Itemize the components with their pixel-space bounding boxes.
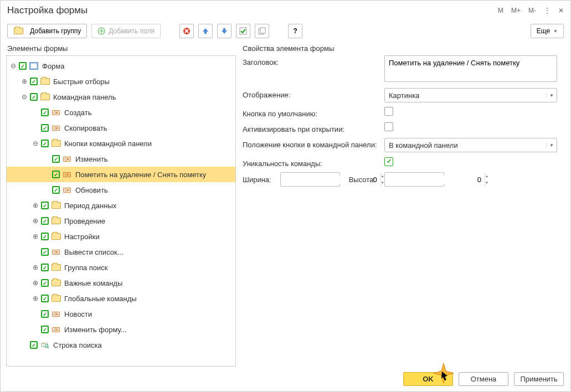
apply-button[interactable]: Применить (514, 372, 564, 386)
svg-rect-2 (240, 28, 246, 34)
visibility-checkbox[interactable]: ✓ (41, 233, 49, 240)
tree-row[interactable]: ·✓OKИзменить (7, 151, 235, 167)
title-input[interactable] (384, 55, 557, 82)
tree-row[interactable]: ⊕✓Группа поиск (7, 260, 235, 275)
display-select[interactable]: Картинка (384, 88, 557, 102)
tree-row[interactable]: ·✓OKОбновить (7, 182, 235, 198)
tree-row[interactable]: ⊕✓Проведение (7, 213, 235, 229)
width-input[interactable]: ▲▼ (280, 172, 340, 187)
tree-row[interactable]: ⊕✓Настройки (7, 229, 235, 244)
visibility-checkbox[interactable]: ✓ (30, 93, 38, 101)
copy-settings-button[interactable] (255, 24, 269, 38)
visibility-checkbox[interactable]: ✓ (52, 155, 60, 163)
expand-icon[interactable]: ⊕ (32, 264, 39, 271)
svg-line-7 (48, 347, 49, 348)
prop-activate-label: Активизировать при открытии: (243, 122, 384, 133)
prop-position-label: Положение кнопки в командной панели: (243, 138, 384, 149)
ok-badge-icon: OK (51, 109, 61, 116)
m-minus-button[interactable]: M- (528, 7, 536, 14)
move-down-button[interactable] (217, 24, 232, 38)
tree-row[interactable]: ·✓OKПометить на удаление / Снять пометку (7, 167, 235, 182)
tree-row[interactable]: ·✓OKИзменить форму... (7, 322, 235, 337)
tree-row[interactable]: ⊕✓Период данных (7, 198, 235, 213)
tree-row[interactable]: ⊕✓Быстрые отборы (7, 74, 235, 89)
tree-row[interactable]: ·✓OKНовости (7, 306, 235, 322)
tree-row[interactable]: ⊕✓Глобальные команды (7, 291, 235, 306)
collapse-icon[interactable]: ⊖ (10, 63, 17, 69)
visibility-checkbox[interactable]: ✓ (41, 279, 49, 287)
expand-icon[interactable]: ⊕ (32, 233, 39, 240)
visibility-checkbox[interactable]: ✓ (41, 264, 49, 271)
add-group-button[interactable]: Добавить группу (7, 24, 87, 38)
width-down-icon[interactable]: ▼ (381, 179, 384, 186)
tree-item-label: Настройки (64, 233, 100, 241)
tree-row[interactable]: ·✓OKСкопировать (7, 120, 235, 136)
collapse-icon[interactable]: ⊖ (21, 94, 28, 100)
visibility-checkbox[interactable]: ✓ (30, 78, 38, 85)
cancel-button[interactable]: Отмена (459, 372, 508, 386)
position-select[interactable]: В командной панели (384, 138, 557, 152)
tree-row[interactable]: ·✓OKВывести список... (7, 244, 235, 260)
delete-button[interactable] (179, 24, 194, 38)
height-up-icon[interactable]: ▲ (485, 173, 488, 179)
width-up-icon[interactable]: ▲ (381, 173, 384, 179)
height-down-icon[interactable]: ▼ (485, 179, 488, 186)
visibility-checkbox[interactable]: ✓ (52, 171, 60, 178)
more-button[interactable]: Еще ▼ (531, 24, 564, 38)
expand-icon[interactable]: ⊕ (32, 218, 39, 224)
tree-row[interactable]: ⊖✓Командная панель (7, 89, 235, 105)
collapse-icon[interactable]: ⊖ (32, 140, 39, 147)
visibility-checkbox[interactable]: ✓ (41, 109, 49, 116)
more-dots-button[interactable]: ⋮ (544, 7, 551, 14)
close-button[interactable]: ✕ (558, 7, 564, 14)
height-label: Высота: (349, 176, 375, 184)
default-button-checkbox[interactable] (384, 107, 393, 116)
visibility-checkbox[interactable]: ✓ (30, 341, 38, 349)
tree-item-label: Обновить (75, 186, 108, 194)
expand-icon[interactable]: ⊕ (21, 78, 28, 85)
visibility-checkbox[interactable]: ✓ (41, 140, 49, 147)
add-folder-icon (13, 27, 23, 35)
tree-row[interactable]: ·✓+Строка поиска (7, 337, 235, 353)
prop-title-label: Заголовок: (243, 55, 384, 66)
unique-checkbox[interactable]: ✓ (384, 157, 393, 166)
visibility-checkbox[interactable]: ✓ (52, 186, 60, 194)
tree-row[interactable]: ⊖✓Кнопки командной панели (7, 136, 235, 151)
visibility-checkbox[interactable]: ✓ (41, 248, 49, 256)
visibility-checkbox[interactable]: ✓ (41, 124, 49, 132)
folder-icon (51, 140, 61, 147)
tree-row[interactable]: ⊕✓Важные команды (7, 275, 235, 291)
tree-row[interactable]: ⊖✓Форма (7, 58, 235, 74)
tree-item-label: Командная панель (53, 93, 116, 101)
tree-item-label: Вывести список... (64, 248, 124, 256)
tree-scroll[interactable]: ⊖✓Форма⊕✓Быстрые отборы⊖✓Командная панел… (6, 55, 236, 367)
visibility-checkbox[interactable]: ✓ (41, 295, 49, 302)
help-button[interactable]: ? (288, 24, 302, 38)
form-icon (29, 62, 39, 70)
tree-item-label: Строка поиска (53, 341, 102, 349)
height-input[interactable]: ▲▼ (384, 172, 444, 187)
tree-item-label: Период данных (64, 202, 116, 210)
expand-icon[interactable]: ⊕ (32, 295, 39, 302)
m-plus-button[interactable]: M+ (511, 7, 521, 14)
visibility-checkbox[interactable]: ✓ (41, 326, 49, 333)
move-up-button[interactable] (198, 24, 213, 38)
apply-settings-button[interactable] (236, 24, 250, 38)
ok-button[interactable]: OK (403, 372, 453, 386)
m-button[interactable]: M (498, 7, 503, 14)
window-title: Настройка формы (7, 5, 88, 16)
folder-icon (40, 78, 50, 85)
ok-badge-icon: OK (62, 155, 72, 163)
tree-row[interactable]: ·✓OKСоздать (7, 105, 235, 120)
search-field-icon: + (40, 341, 50, 349)
visibility-checkbox[interactable]: ✓ (41, 310, 49, 318)
folder-icon (51, 233, 61, 240)
expand-icon[interactable]: ⊕ (32, 280, 39, 286)
visibility-checkbox[interactable]: ✓ (41, 217, 49, 225)
visibility-checkbox[interactable]: ✓ (41, 202, 49, 209)
activate-checkbox[interactable] (384, 122, 393, 131)
folder-icon (51, 202, 61, 209)
left-pane-header: Элементы формы (1, 42, 236, 55)
expand-icon[interactable]: ⊕ (32, 202, 39, 209)
visibility-checkbox[interactable]: ✓ (19, 62, 27, 70)
